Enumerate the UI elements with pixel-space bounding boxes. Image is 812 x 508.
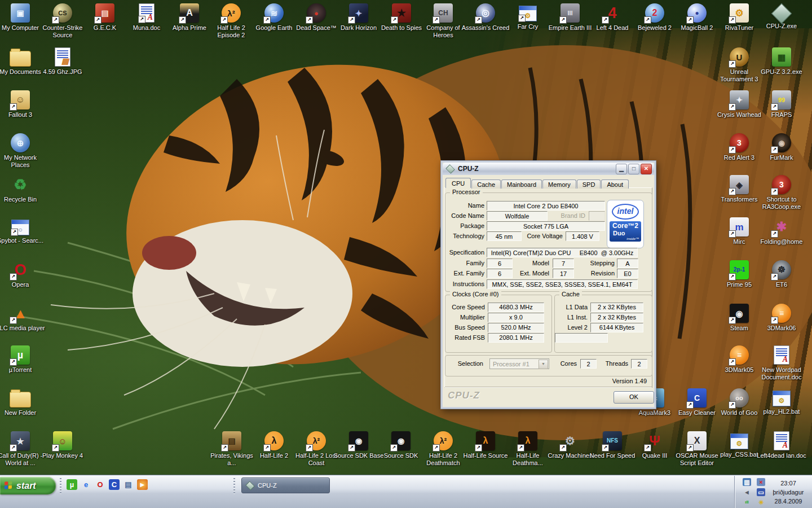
minimize-button[interactable]: ▁ [616, 164, 627, 174]
desktop-icon-play-hl2-bat[interactable]: ⚙play_HL2.bat [756, 388, 807, 415]
signal-strength-icon[interactable]: ıll [743, 498, 751, 506]
crazy-machines-icon: ⚙↗ [561, 431, 580, 450]
desktop-icon-fraps[interactable]: 99↗FRAPS [756, 90, 807, 119]
desktop-icon-fallout-3[interactable]: ☺↗Fallout 3 [0, 90, 46, 119]
utorrent-quicklaunch-icon[interactable]: µ [67, 479, 77, 490]
desktop-icon-vlc-media-player[interactable]: ▲↗VLC media player [0, 304, 46, 332]
shortcut-arrow-icon: ↗ [10, 273, 17, 281]
desktop[interactable]: ▣My ComputerCS↗Counter-Strike Source▤↗G.… [0, 0, 812, 508]
desktop-icon-et6[interactable]: ☸↗ET6 [756, 260, 807, 288]
desktop-icon-my-network-places[interactable]: ⊕My Network Places [0, 133, 46, 169]
tab-cpu[interactable]: CPU [445, 178, 471, 188]
3dmark05-glyph: ≡ [737, 351, 742, 359]
start-button[interactable]: start [0, 477, 56, 494]
desktop-icon-shortcut-ra3coop[interactable]: 3↗Shortcut to RA3Coop.exe [756, 175, 807, 211]
desktop-icon-spybot[interactable]: ○↗Spybot - Searc... [0, 217, 46, 244]
system-tray: ▥×◄▭ıll✳ 23:07 þriðjudagur 28.4.2009 [734, 476, 812, 508]
wireless-network-icon[interactable]: ▥ [743, 478, 751, 486]
world-of-goo-icon: oo↗ [730, 388, 749, 408]
crysis-warhead-glyph: ✦ [736, 96, 743, 104]
opera-quicklaunch-icon[interactable]: O [95, 479, 105, 490]
close-button[interactable]: ✕ [641, 164, 652, 174]
cache-row-label: L1 Data [555, 304, 590, 310]
tab-cache[interactable]: Cache [471, 179, 501, 189]
clock-day: þriðjudagur [767, 488, 810, 497]
magicball-2-icon: ●↗ [687, 3, 707, 23]
mirc-glyph: m [735, 222, 743, 232]
taskbar-button-cpu-z[interactable]: CPU-Z [241, 478, 330, 493]
play-monkey-4-glyph: ☺ [58, 437, 67, 445]
desktop-icon-new-folder[interactable]: New Folder [0, 388, 46, 417]
shortcut-arrow-icon: ↗ [771, 103, 778, 111]
script-editor-quicklaunch-icon[interactable]: ▤ [123, 479, 134, 490]
my-network-places-glyph: ⊕ [17, 139, 24, 147]
ok-button[interactable]: OK [614, 391, 654, 404]
cache-group-label: Cache [559, 291, 582, 297]
assassins-creed-glyph: ◎ [482, 8, 489, 17]
desktop-icon-label: GPU-Z 3.2.exe [756, 68, 807, 76]
desktop-icon-furmark[interactable]: ◉↗FurMark [756, 133, 807, 161]
counter-strike-source-icon: CS↗ [53, 3, 72, 23]
taskbar: start µeOC▤► CPU-Z ▥×◄▭ıll✳ 23:07 þriðju… [0, 475, 812, 508]
desktop-icon-play-monkey-4[interactable]: ☺↗Play Monkey 4 [37, 431, 88, 459]
call-of-duty-waw-icon: ★↗ [11, 431, 30, 450]
mirc-icon: m↗ [730, 217, 749, 237]
desktop-icon-need-for-speed[interactable]: NFS↗Need For Speed [587, 431, 638, 459]
network-disconnected-icon[interactable]: × [757, 478, 765, 486]
cpuz-brand-text: CPU-Z [448, 390, 480, 401]
left4dead-lan-doc-glyph: A [783, 441, 788, 449]
crysis-warhead-icon: ✦↗ [730, 90, 749, 110]
volume-icon[interactable]: ◄ [743, 488, 751, 496]
intel-core2duo-logo: intel Core™2 Duo inside™ [607, 200, 644, 248]
internet-explorer-quicklaunch-icon[interactable]: e [81, 479, 91, 490]
language-bar-icon[interactable]: ▭ [757, 488, 765, 496]
furmark-icon: ◉↗ [772, 133, 791, 152]
desktop-icon-label: play_HL2.bat [756, 408, 807, 415]
start-label: start [16, 481, 36, 491]
desktop-icon-label: Fallout 3 [0, 111, 46, 119]
desktop-icon-left4dead-lan-doc[interactable]: ALeft4dead lan.doc [756, 431, 807, 459]
cache-row-value: 2 x 32 KBytes [590, 303, 643, 312]
desktop-icon-utorrent[interactable]: µ↗µTorrent [0, 345, 46, 374]
processor-selection-dropdown[interactable]: Processor #1 ▼ [489, 358, 549, 369]
tab-mainboard[interactable]: Mainboard [501, 179, 542, 189]
taskarea-handle[interactable] [233, 478, 235, 494]
tab-about[interactable]: About [601, 179, 629, 189]
desktop-icon-label: Shortcut to RA3Coop.exe [756, 196, 807, 211]
desktop-icon-3dmark06[interactable]: ≡↗3DMark06 [756, 304, 807, 332]
desktop-icon-gpu-z-exe[interactable]: ▦GPU-Z 3.2.exe [756, 47, 807, 76]
magicball-2-glyph: ● [695, 10, 699, 16]
spybot-icon: ○↗ [11, 220, 29, 235]
half-life-2-episode-2-icon: λ²↗ [222, 3, 241, 23]
shortcut-arrow-icon: ↗ [52, 16, 59, 24]
desktop-icon-label: New Folder [0, 409, 46, 417]
maximize-button[interactable]: □ [628, 164, 639, 174]
family-value: 6 [487, 259, 513, 268]
threads-value: 2 [631, 359, 647, 369]
company-of-heroes-icon: CH↗ [434, 3, 453, 23]
tab-memory[interactable]: Memory [542, 179, 576, 189]
half-life-2-deathmatch-glyph: λ² [440, 437, 447, 445]
et6-glyph: ☸ [778, 265, 785, 274]
windows-media-player-quicklaunch-icon[interactable]: ► [137, 479, 148, 490]
clock-row-value: x 9.0 [488, 313, 544, 322]
desktop-icon-new-wordpad-document[interactable]: ANew Wordpad Document.doc [756, 345, 807, 381]
desktop-icon-folding-home[interactable]: ✱↗Folding@home [756, 217, 807, 246]
spybot-glyph: ○ [18, 226, 22, 233]
left-4-dead-icon: 4↗ [603, 3, 622, 23]
desktop-icon-label: New Wordpad Document.doc [756, 366, 807, 381]
desktop-icon-recycle-bin[interactable]: ♻Recycle Bin [0, 175, 46, 203]
tray-clock[interactable]: 23:07 þriðjudagur 28.4.2009 [767, 479, 810, 506]
tab-spd[interactable]: SPD [577, 179, 601, 189]
desktop-icon-cpu-z-exe[interactable]: CPU-Z.exe [756, 3, 807, 30]
easy-cleaner-glyph: C [694, 394, 700, 402]
easy-cleaner-quicklaunch-icon[interactable]: C [109, 479, 120, 490]
display-tool-icon[interactable]: ✳ [757, 498, 765, 506]
half-life-deathmatch-icon: λ↗ [518, 431, 537, 450]
my-computer-icon: ▣ [11, 3, 30, 23]
desktop-icon-ghz-jpg[interactable]: ▩4.59 Ghz.JPG [37, 47, 88, 76]
cache-row-label: Level 2 [555, 324, 590, 331]
quicklaunch-handle[interactable] [60, 478, 61, 494]
cpuz-titlebar[interactable]: CPU-Z ▁ □ ✕ [443, 163, 654, 175]
desktop-icon-opera[interactable]: O↗Opera [0, 260, 46, 288]
